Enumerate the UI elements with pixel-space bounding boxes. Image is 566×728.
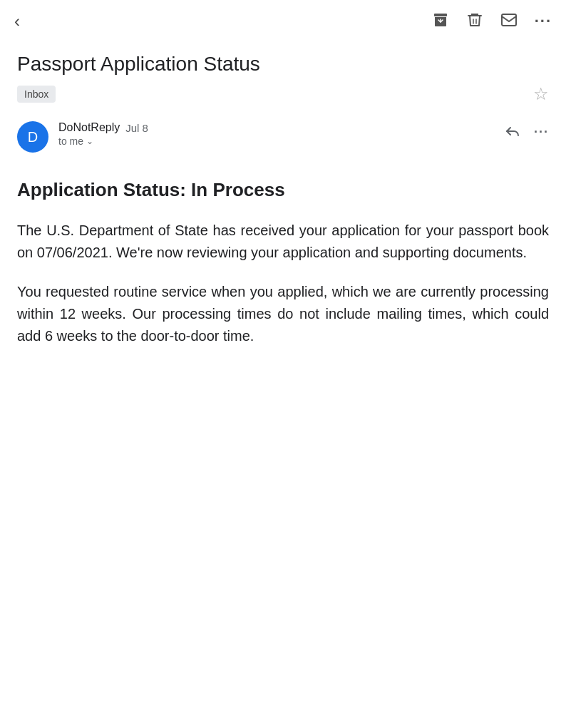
email-subject: Passport Application Status [17,51,549,77]
email-tags-row: Inbox ☆ [17,84,549,104]
email-paragraph-2: You requested routine service when you a… [17,281,549,347]
sender-info: DoNotReply Jul 8 to me ⌄ [58,121,148,147]
sender-avatar: D [17,121,48,153]
to-chevron-icon: ⌄ [86,136,93,146]
sender-date: Jul 8 [125,122,148,134]
toolbar-right: ··· [432,11,552,31]
to-me-label: to me [58,135,83,147]
email-paragraph-1: The U.S. Department of State has receive… [17,220,549,264]
inbox-tag[interactable]: Inbox [17,86,56,103]
sender-name: DoNotReply [58,121,120,134]
archive-icon[interactable] [432,11,449,31]
reply-icon[interactable] [504,121,521,143]
star-icon[interactable]: ☆ [533,84,549,104]
sender-left: D DoNotReply Jul 8 to me ⌄ [17,121,148,153]
email-container: Passport Application Status Inbox ☆ D Do… [0,40,566,387]
email-headline: Application Status: In Process [17,178,549,202]
mail-icon[interactable] [500,11,518,31]
sender-actions: ··· [504,121,549,143]
email-body: Application Status: In Process The U.S. … [17,173,549,370]
svg-rect-4 [502,14,516,26]
delete-icon[interactable] [466,11,483,31]
message-more-options[interactable]: ··· [534,125,549,140]
top-toolbar: ‹ [0,0,566,40]
sender-to-row[interactable]: to me ⌄ [58,135,148,147]
svg-rect-0 [434,14,447,16]
more-options-button[interactable]: ··· [535,12,552,31]
toolbar-left: ‹ [14,13,20,30]
back-button[interactable]: ‹ [14,13,20,30]
sender-name-row: DoNotReply Jul 8 [58,121,148,134]
sender-row: D DoNotReply Jul 8 to me ⌄ ··· [17,118,549,153]
